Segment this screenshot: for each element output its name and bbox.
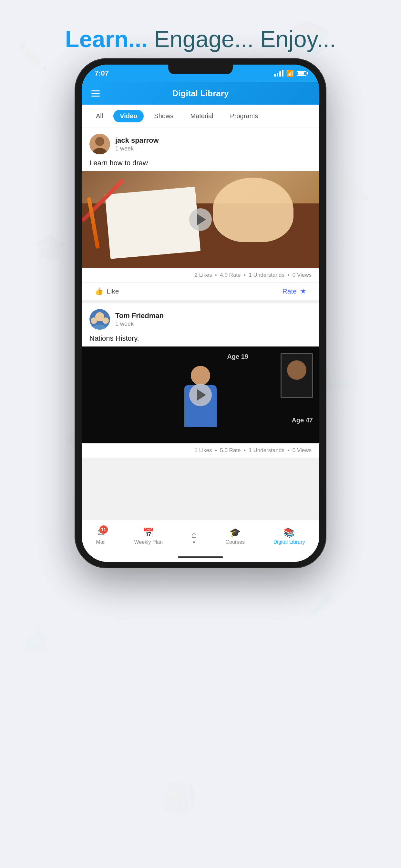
avatar-jack bbox=[89, 134, 110, 154]
tab-video[interactable]: Video bbox=[113, 110, 144, 122]
phone-frame: 7:07 📶 Digital Library All Video Shows bbox=[74, 58, 327, 568]
tab-all[interactable]: All bbox=[89, 110, 110, 122]
status-icons: 📶 bbox=[274, 69, 306, 77]
portrait-frame bbox=[281, 353, 313, 398]
author-name-2: Tom Friedman bbox=[115, 312, 164, 320]
nav-weekly-plan-label: Weekly Plan bbox=[134, 539, 163, 545]
nav-weekly-plan[interactable]: 📅 Weekly Plan bbox=[134, 527, 163, 545]
post-card-1: jack sparrow 1 week Learn how to draw bbox=[82, 128, 319, 300]
like-button-1[interactable]: 👍 Like bbox=[95, 287, 119, 296]
library-icon: 📚 bbox=[283, 527, 295, 538]
mail-badge: 11 bbox=[99, 525, 108, 534]
nav-digital-library[interactable]: 📚 Digital Library bbox=[274, 527, 305, 545]
action-row-1: 👍 Like Rate ★ bbox=[82, 283, 319, 300]
nav-courses[interactable]: 🎓 Courses bbox=[225, 527, 245, 545]
age-label-young: Age 19 bbox=[227, 353, 248, 361]
star-icon-1: ★ bbox=[300, 287, 306, 296]
home-icon: ⌂ bbox=[191, 530, 197, 540]
like-label-1: Like bbox=[106, 287, 119, 295]
header-rest: Engage... Enjoy... bbox=[154, 26, 336, 52]
svg-point-16 bbox=[102, 317, 109, 324]
post-title-2: Nations History. bbox=[82, 333, 319, 346]
svg-text:🎓: 🎓 bbox=[32, 231, 69, 266]
courses-icon: 🎓 bbox=[229, 527, 241, 538]
post-meta-1: jack sparrow 1 week bbox=[115, 136, 159, 152]
app-title: Digital Library bbox=[173, 89, 229, 98]
author-name-1: jack sparrow bbox=[115, 136, 159, 145]
svg-text:📖: 📖 bbox=[323, 361, 359, 395]
page-header: Learn... Engage... Enjoy... bbox=[0, 26, 401, 52]
header-learn: Learn... bbox=[65, 26, 148, 52]
app-header: Digital Library bbox=[82, 82, 319, 104]
rate-button-1[interactable]: Rate ★ bbox=[282, 287, 306, 296]
svg-text:🎒: 🎒 bbox=[161, 780, 198, 815]
avatar-tom bbox=[89, 309, 110, 330]
calendar-icon: 📅 bbox=[143, 527, 154, 538]
phone-screen: 7:07 📶 Digital Library All Video Shows bbox=[82, 65, 319, 562]
post-stats-1: 2 Likes • 4.0 Rate • 1 Understands • 0 V… bbox=[195, 272, 312, 278]
battery-icon bbox=[297, 71, 306, 76]
video-thumb-1[interactable] bbox=[82, 171, 319, 268]
stats-row-2: 1 Likes • 5.0 Rate • 1 Understands • 0 V… bbox=[82, 443, 319, 458]
phone-notch bbox=[168, 65, 233, 74]
rate-label-1: Rate bbox=[282, 287, 297, 295]
content-area: jack sparrow 1 week Learn how to draw bbox=[82, 128, 319, 520]
nav-courses-label: Courses bbox=[225, 539, 245, 545]
filter-tabs: All Video Shows Material Programs bbox=[82, 104, 319, 128]
post-header-1: jack sparrow 1 week bbox=[82, 128, 319, 158]
play-button-1[interactable] bbox=[189, 208, 212, 231]
post-meta-2: Tom Friedman 1 week bbox=[115, 312, 164, 328]
svg-text:🔬: 🔬 bbox=[19, 622, 52, 652]
post-card-2: Tom Friedman 1 week Nations History. Age… bbox=[82, 303, 319, 458]
post-header-2: Tom Friedman 1 week bbox=[82, 303, 319, 333]
home-dot bbox=[193, 541, 195, 543]
home-bar bbox=[178, 556, 223, 558]
thumb-icon-1: 👍 bbox=[95, 287, 103, 296]
tab-shows[interactable]: Shows bbox=[148, 110, 180, 122]
post-time-1: 1 week bbox=[115, 145, 159, 152]
nav-mail-label: Mail bbox=[96, 539, 105, 545]
post-stats-2: 1 Likes • 5.0 Rate • 1 Understands • 0 V… bbox=[195, 447, 312, 454]
tab-material[interactable]: Material bbox=[184, 110, 220, 122]
wifi-icon: 📶 bbox=[286, 69, 294, 77]
age-label-old: Age 47 bbox=[291, 416, 313, 424]
play-button-2[interactable] bbox=[189, 383, 212, 406]
nav-home[interactable]: ⌂ bbox=[191, 530, 197, 543]
svg-text:🖊️: 🖊️ bbox=[307, 593, 335, 619]
status-time: 7:07 bbox=[95, 69, 109, 78]
svg-point-15 bbox=[91, 317, 97, 324]
svg-point-10 bbox=[95, 137, 104, 146]
svg-text:📐: 📐 bbox=[339, 169, 371, 200]
menu-button[interactable] bbox=[91, 90, 100, 97]
signal-icon bbox=[274, 70, 283, 76]
post-title-1: Learn how to draw bbox=[82, 158, 319, 171]
tab-programs[interactable]: Programs bbox=[224, 110, 265, 122]
stats-row-1: 2 Likes • 4.0 Rate • 1 Understands • 0 V… bbox=[82, 268, 319, 283]
nav-library-label: Digital Library bbox=[274, 539, 305, 545]
home-indicator bbox=[82, 552, 319, 562]
post-time-2: 1 week bbox=[115, 321, 164, 328]
video-thumb-2[interactable]: Age 19 Age 47 bbox=[82, 346, 319, 443]
bottom-nav: ✉ 11 Mail 📅 Weekly Plan ⌂ 🎓 Courses bbox=[82, 520, 319, 552]
nav-mail[interactable]: ✉ 11 Mail bbox=[96, 527, 105, 545]
